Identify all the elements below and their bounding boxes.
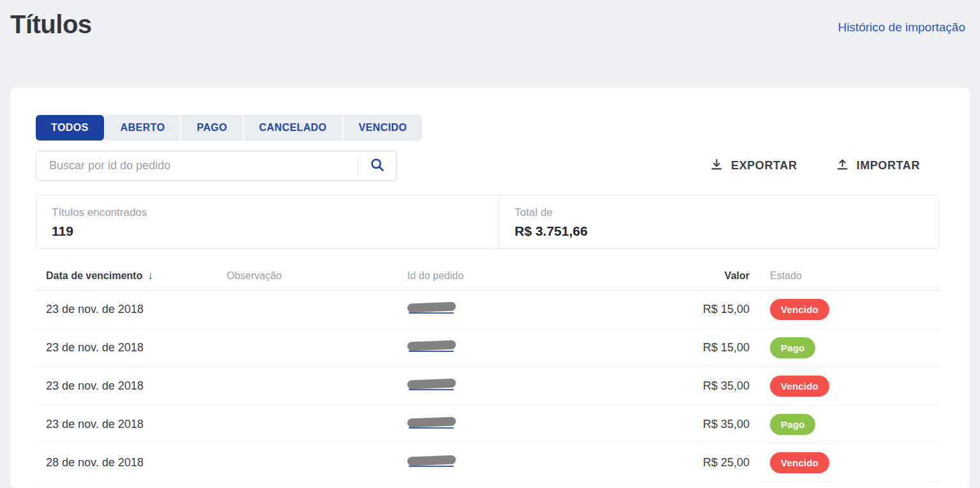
table-row: 23 de nov. de 2018 R$ 35,00 Pago (36, 406, 939, 444)
tab-label: ABERTO (121, 122, 165, 133)
row-value: R$ 35,00 (651, 379, 760, 393)
row-status-cell: Vencido (760, 452, 939, 473)
row-order-id-cell (397, 340, 651, 355)
tab-pago[interactable]: PAGO (181, 115, 243, 141)
row-status-cell: Vencido (760, 376, 939, 397)
row-status-cell: Pago (760, 337, 939, 358)
tab-label: TODOS (51, 122, 89, 133)
search-icon (370, 157, 385, 174)
titles-panel: TODOS ABERTO PAGO CANCELADO VENCIDO (10, 88, 970, 488)
row-value: R$ 15,00 (651, 303, 760, 316)
row-status-cell: Pago (760, 414, 939, 435)
upload-icon (836, 158, 849, 174)
status-badge: Vencido (770, 299, 829, 320)
search-button[interactable] (358, 151, 396, 180)
row-value: R$ 35,00 (651, 418, 760, 431)
row-status-cell: Vencido (760, 299, 939, 320)
actions: EXPORTAR IMPORTAR (710, 158, 939, 174)
tabs: TODOS ABERTO PAGO CANCELADO VENCIDO (36, 115, 939, 141)
sort-desc-icon: ↓ (147, 270, 153, 282)
status-badge: Pago (770, 414, 815, 435)
export-button[interactable]: EXPORTAR (710, 158, 797, 174)
column-header-order-id: Id do pedido (397, 270, 651, 282)
total-card: Total de R$ 3.751,66 (499, 195, 603, 248)
row-order-id-cell (397, 302, 651, 317)
search-box (36, 151, 397, 181)
found-count-label: Títulos encontrados (52, 206, 483, 219)
status-badge: Pago (770, 337, 815, 358)
tab-label: PAGO (197, 122, 227, 133)
status-badge: Vencido (770, 376, 829, 397)
summary-cards: Títulos encontrados 119 Total de R$ 3.75… (36, 195, 939, 249)
row-value: R$ 15,00 (651, 341, 760, 355)
column-header-observation: Observação (216, 270, 397, 282)
tab-aberto[interactable]: ABERTO (105, 115, 181, 141)
row-date: 23 de nov. de 2018 (36, 379, 216, 393)
import-history-link[interactable]: Histórico de importação (838, 20, 965, 34)
order-id-link-redacted[interactable] (407, 417, 456, 429)
total-label: Total de (515, 206, 587, 219)
order-id-link-redacted[interactable] (407, 455, 456, 467)
import-button[interactable]: IMPORTAR (836, 158, 920, 174)
table-header: Data de vencimento ↓ Observação Id do pe… (36, 262, 939, 291)
table-row: 23 de nov. de 2018 R$ 35,00 Vencido (36, 367, 939, 406)
column-header-due-date[interactable]: Data de vencimento ↓ (36, 270, 216, 282)
table-row: 23 de nov. de 2018 R$ 15,00 Pago (36, 329, 939, 367)
row-order-id-cell (397, 417, 651, 432)
order-id-link-redacted[interactable] (407, 302, 456, 314)
import-label: IMPORTAR (857, 159, 920, 172)
row-date: 23 de nov. de 2018 (36, 418, 216, 431)
row-date: 23 de nov. de 2018 (36, 341, 216, 355)
table-row: 23 de nov. de 2018 R$ 15,00 Vencido (36, 291, 939, 329)
column-header-status: Estado (760, 270, 939, 282)
row-date: 28 de nov. de 2018 (36, 456, 216, 469)
due-date-header-label: Data de vencimento (46, 270, 142, 282)
row-date: 23 de nov. de 2018 (36, 303, 216, 316)
toolbar: EXPORTAR IMPORTAR (36, 151, 939, 181)
order-id-link-redacted[interactable] (407, 379, 456, 390)
total-value: R$ 3.751,66 (515, 224, 587, 239)
status-badge: Vencido (770, 452, 829, 473)
tab-todos[interactable]: TODOS (36, 115, 104, 141)
tab-label: VENCIDO (359, 122, 407, 133)
tab-vencido[interactable]: VENCIDO (343, 115, 423, 141)
column-header-value: Valor (651, 270, 760, 282)
titles-table: Data de vencimento ↓ Observação Id do pe… (36, 262, 939, 482)
row-order-id-cell (397, 455, 651, 470)
download-icon (710, 158, 723, 174)
page-title: Títulos (10, 10, 92, 39)
row-value: R$ 25,00 (651, 456, 760, 469)
order-id-link-redacted[interactable] (407, 340, 456, 352)
tab-cancelado[interactable]: CANCELADO (244, 115, 342, 141)
export-label: EXPORTAR (731, 159, 797, 172)
table-body: 23 de nov. de 2018 R$ 15,00 Vencido 23 d… (36, 291, 939, 482)
search-input[interactable] (36, 151, 358, 180)
found-count-card: Títulos encontrados 119 (36, 195, 499, 248)
row-order-id-cell (397, 379, 651, 393)
page-header: Títulos Histórico de importação (0, 0, 980, 88)
table-row: 28 de nov. de 2018 R$ 25,00 Vencido (36, 444, 939, 482)
tab-label: CANCELADO (259, 122, 327, 133)
found-count-value: 119 (52, 224, 483, 239)
